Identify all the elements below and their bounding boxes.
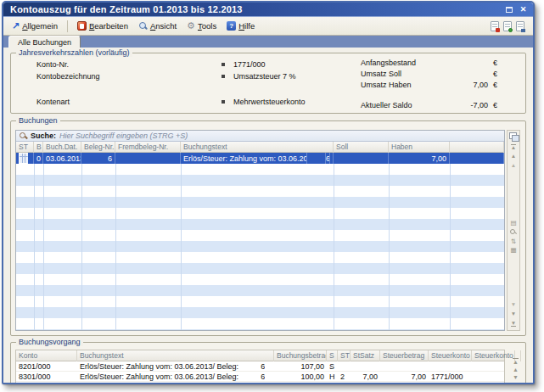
col-header-b[interactable]: B: [34, 142, 43, 153]
tab-alle-buchungen[interactable]: Alle Buchungen: [8, 36, 81, 48]
search-bar[interactable]: Suche: Hier Suchbegriff eingeben (STRG +…: [16, 131, 504, 142]
group-buchungsvorgang: Buchungsvorgang Konto Buchungstext Buchu…: [10, 342, 526, 384]
go-first-button[interactable]: ▲: [513, 358, 519, 365]
restore-button[interactable]: [503, 4, 514, 14]
cell-s: S: [327, 361, 338, 371]
cell-soll: [334, 153, 389, 164]
group-jahresverkehrszahlen: Jahresverkehrszahlen (vorläufig) Konto-N…: [10, 53, 526, 114]
group-title: Buchungsvorgang: [16, 338, 83, 346]
col-header-s[interactable]: S: [327, 350, 338, 361]
buchungsvorgang-table: Konto Buchungstext Buchungsbetrag S ST S…: [15, 350, 505, 384]
bv-nav-strip: ▲ ▲ ▼: [513, 358, 519, 380]
col-header-betrag[interactable]: Buchungsbetrag: [274, 350, 327, 361]
search-icon: [20, 132, 27, 140]
page-down-button[interactable]: ▼: [511, 310, 516, 319]
col-header-beleg[interactable]: Beleg-Nr.: [81, 142, 115, 153]
field-value: -7,00: [437, 101, 488, 109]
currency-label: €: [493, 101, 497, 109]
col-header-filler: [450, 142, 504, 153]
column-picker-icon[interactable]: [509, 132, 518, 140]
bullet-icon: [222, 63, 225, 66]
cell-stsatz: 7,00: [351, 372, 380, 381]
tabstrip: Alle Buchungen: [3, 36, 533, 48]
cell-s: H: [327, 372, 338, 381]
close-button[interactable]: ✕: [518, 4, 529, 14]
col-header-soll[interactable]: Soll: [334, 142, 389, 153]
booking-grid-icon: [19, 153, 28, 164]
col-header-steuerbetrag[interactable]: Steuerbetrag: [380, 350, 429, 361]
cell-buchungstext: Erlös/Steuer: Zahlung vom: 03.06.2013/ B…: [77, 372, 274, 381]
menu-allgemein[interactable]: ↗ Allgemein: [8, 20, 61, 32]
col-header-konto[interactable]: Konto: [16, 350, 77, 361]
col-header-text[interactable]: Buchungstext: [77, 350, 274, 361]
cell-fremdbeleg: [115, 153, 181, 164]
list-view-icon[interactable]: ▤: [510, 220, 516, 227]
field-label: Kontobezeichnung: [36, 72, 100, 81]
menu-hilfe[interactable]: ? Hilfe: [223, 20, 258, 32]
col-header-steuerkonto1[interactable]: Steuerkonto 1: [429, 350, 472, 361]
cell-konto: 8301/000: [16, 372, 77, 381]
cell-beleg: 6: [81, 153, 115, 164]
gear-icon: ⚙: [187, 21, 195, 31]
document-red-icon[interactable]: [491, 21, 499, 31]
filter-icon[interactable]: ▦: [510, 247, 516, 254]
go-last-button[interactable]: ▼: [511, 319, 516, 328]
document-export-icon[interactable]: [516, 21, 524, 31]
buchungen-header-row: ST B Buch.Dat. Beleg-Nr. Fremdbeleg-Nr. …: [16, 142, 504, 153]
menu-bearbeiten[interactable]: Bearbeiten: [74, 20, 132, 32]
cell-steuerkonto1: [429, 361, 472, 371]
page-up-button[interactable]: ▲: [508, 152, 519, 161]
row-up-button[interactable]: ▲: [508, 161, 519, 171]
field-value: 7,00: [437, 81, 488, 89]
go-first-button[interactable]: ▲: [508, 143, 519, 152]
search-label: Suche:: [31, 132, 56, 140]
cell-steuerkonto2: [472, 372, 515, 381]
restore-icon: [506, 7, 513, 13]
table-row-selected[interactable]: 0 03.06.2013 6 Erlös/Steuer: Zahlung vom…: [16, 153, 504, 164]
document-check-icon[interactable]: [503, 21, 512, 31]
col-header-st[interactable]: ST: [16, 142, 34, 153]
arrow-ne-icon: ↗: [12, 21, 20, 31]
bv-header-row: Konto Buchungstext Buchungsbetrag S ST S…: [16, 350, 504, 361]
col-header-haben[interactable]: Haben: [389, 142, 450, 153]
bullet-icon: [222, 75, 225, 78]
field-value: Mehrwertsteuerkonto: [222, 98, 306, 106]
toolbar-separator: [67, 20, 68, 32]
kontoauszug-window: Kontoauszug für den Zeitraum 01.2013 bis…: [2, 1, 535, 384]
row-up-button[interactable]: ▲: [513, 367, 519, 372]
currency-label: €: [493, 59, 497, 67]
field-value: 1771/000: [222, 60, 266, 69]
cell-steuerkonto2: [472, 361, 515, 371]
screen: Kontoauszug für den Zeitraum 01.2013 bis…: [0, 0, 544, 392]
field-label: Umsatz Haben: [361, 81, 412, 89]
search-zoom-icon[interactable]: [510, 229, 517, 236]
search-placeholder: Hier Suchbegriff eingeben (STRG +S): [59, 132, 188, 140]
buchungen-table: Suche: Hier Suchbegriff eingeben (STRG +…: [15, 130, 505, 331]
col-header-fremdbeleg[interactable]: Fremdbeleg-Nr.: [115, 142, 181, 153]
col-header-stsatz[interactable]: StSatz: [351, 350, 380, 361]
menu-ansicht[interactable]: Ansicht: [135, 20, 180, 32]
table-row[interactable]: 8301/000 Erlös/Steuer: Zahlung vom: 03.0…: [16, 372, 504, 382]
window-title: Kontoauszug für den Zeitraum 01.2013 bis…: [10, 4, 243, 14]
currency-label: €: [493, 70, 497, 78]
toolbar: ↗ Allgemein Bearbeiten Ansicht ⚙ Tools ?…: [3, 17, 533, 36]
field-label: Umsatz Soll: [361, 70, 401, 78]
toolbar-right: [491, 21, 528, 31]
table-row[interactable]: 8201/000 Erlös/Steuer: Zahlung vom: 03.0…: [16, 361, 504, 372]
help-icon: ?: [227, 21, 236, 31]
bullet-icon: [222, 100, 225, 104]
cell-steuerkonto1: 1771/000: [429, 372, 472, 381]
row-down-button[interactable]: ▼: [513, 374, 519, 380]
col-header-steuerkonto2[interactable]: Steuerkonto 2: [472, 350, 515, 361]
close-icon: ✕: [520, 6, 527, 14]
cell-konto: 8201/000: [16, 361, 77, 371]
col-header-st[interactable]: ST: [338, 350, 351, 361]
menu-tools[interactable]: ⚙ Tools: [183, 20, 220, 32]
col-header-text[interactable]: Buchungstext: [181, 142, 334, 153]
row-down-button[interactable]: ▼: [511, 300, 516, 310]
empty-rows-area[interactable]: [16, 164, 504, 330]
sort-icon[interactable]: ⇅: [511, 238, 516, 245]
titlebar: Kontoauszug für den Zeitraum 01.2013 bis…: [3, 3, 533, 17]
cell-date: 03.06.2013: [43, 153, 81, 164]
col-header-date[interactable]: Buch.Dat.: [43, 142, 81, 153]
